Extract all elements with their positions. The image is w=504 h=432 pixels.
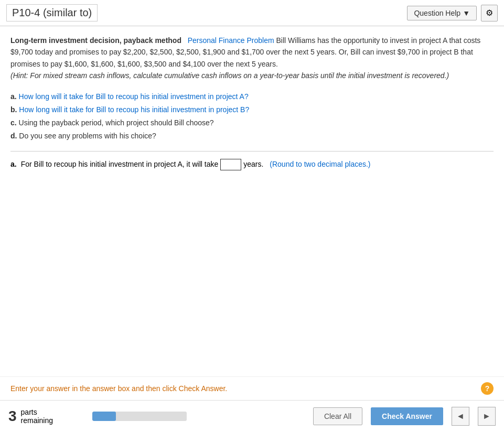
pf-link: Personal Finance Problem — [188, 36, 274, 45]
sub-q-d-text: Do you see any problems with his choice? — [19, 132, 156, 140]
sub-question-a: a. How long will it take for Bill to rec… — [10, 90, 494, 103]
sub-q-a-letter: a. — [10, 92, 17, 101]
gear-icon: ⚙ — [486, 8, 493, 18]
parts-label-line1: parts — [21, 408, 37, 416]
sub-questions: a. How long will it take for Bill to rec… — [10, 90, 494, 143]
check-answer-button[interactable]: Check Answer — [371, 407, 443, 425]
help-icon: ? — [485, 384, 490, 393]
question-a-prefix: For Bill to recoup his initial investmen… — [21, 158, 219, 171]
question-a-row: a. For Bill to recoup his initial invest… — [10, 158, 494, 171]
sub-q-a-text: How long will it take for Bill to recoup… — [19, 92, 249, 101]
parts-label-line2: remaining — [21, 416, 53, 425]
sub-q-b-letter: b. — [10, 105, 17, 114]
footer-hint-text: Enter your answer in the answer box and … — [10, 384, 227, 393]
next-button[interactable]: ► — [478, 407, 496, 426]
sub-q-d-letter: d. — [10, 132, 17, 140]
sub-q-c-letter: c. — [10, 118, 17, 127]
page-header: P10-4 (similar to) Question Help ▼ ⚙ — [0, 0, 504, 26]
help-button[interactable]: ? — [481, 382, 494, 395]
sub-question-c: c. Using the payback period, which proje… — [10, 116, 494, 129]
sub-question-b: b. How long will it take for Bill to rec… — [10, 103, 494, 116]
bottom-bar: 3 parts remaining Clear All Check Answer… — [0, 400, 504, 432]
problem-bold-title: Long-term investment decision, payback m… — [10, 36, 181, 45]
parts-remaining-label: parts remaining — [21, 408, 84, 425]
sub-q-c-text: Using the payback period, which project … — [19, 118, 214, 127]
question-a-letter: a. — [10, 158, 17, 171]
parts-remaining-row: 3 parts remaining — [8, 408, 84, 425]
question-help-label: Question Help — [414, 9, 460, 17]
question-help-button[interactable]: Question Help ▼ — [407, 6, 477, 20]
footer-hint: Enter your answer in the answer box and … — [0, 376, 504, 400]
main-content: Long-term investment decision, payback m… — [0, 26, 504, 376]
prev-button[interactable]: ◄ — [452, 407, 469, 426]
clear-all-button[interactable]: Clear All — [313, 407, 362, 425]
question-a-years: years. — [243, 158, 263, 171]
header-controls: Question Help ▼ ⚙ — [407, 5, 498, 21]
progress-bar — [92, 412, 187, 421]
sub-question-d: d. Do you see any problems with his choi… — [10, 129, 494, 143]
round-note: (Round to two decimal places.) — [270, 158, 370, 171]
problem-hint: (Hint: For mixed stream cash inflows, ca… — [10, 71, 449, 80]
divider — [10, 151, 494, 152]
page-title: P10-4 (similar to) — [6, 4, 98, 21]
next-icon: ► — [482, 412, 491, 421]
prev-icon: ◄ — [456, 412, 465, 421]
parts-number: 3 — [8, 409, 17, 424]
problem-text: Long-term investment decision, payback m… — [10, 35, 494, 82]
answer-input-a[interactable] — [220, 159, 241, 170]
dropdown-arrow-icon: ▼ — [463, 9, 470, 17]
settings-button[interactable]: ⚙ — [481, 5, 498, 21]
sub-q-b-text: How long will it take for Bill to recoup… — [19, 105, 249, 114]
progress-bar-fill — [92, 412, 116, 421]
